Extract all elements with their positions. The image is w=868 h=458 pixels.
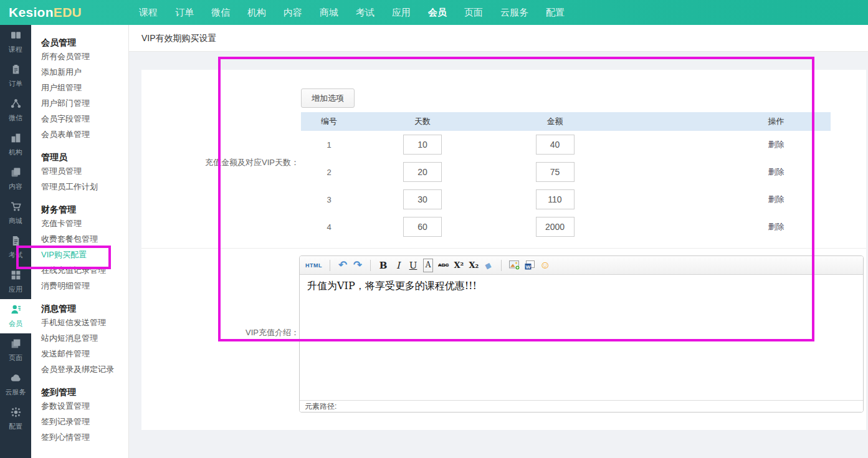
- topnav-item-会员[interactable]: 会员: [428, 7, 447, 19]
- sidebar-item-签到记录管理[interactable]: 签到记录管理: [41, 414, 128, 429]
- pages-icon: [11, 338, 21, 351]
- topnav-item-商城[interactable]: 商城: [320, 7, 338, 19]
- table-row: 3删除: [301, 186, 831, 213]
- sidebar-item-用户组管理[interactable]: 用户组管理: [41, 80, 128, 95]
- rail-item-label: 考试: [9, 250, 22, 260]
- rail-item-配置[interactable]: 配置: [0, 402, 31, 436]
- amount-input-4[interactable]: [536, 217, 575, 237]
- sidebar-item-用户部门管理[interactable]: 用户部门管理: [41, 95, 128, 111]
- insert-image-icon[interactable]: [509, 259, 520, 272]
- brand-logo[interactable]: KesionEDU: [0, 5, 139, 20]
- recharge-days-label: 充值金额及对应VIP天数：: [141, 157, 299, 168]
- sidebar-item-参数设置管理[interactable]: 参数设置管理: [41, 398, 128, 414]
- sidebar-item-发送邮件管理[interactable]: 发送邮件管理: [41, 346, 128, 361]
- rail-item-云服务[interactable]: 云服务: [0, 368, 31, 402]
- sidebar-item-手机短信发送管理[interactable]: 手机短信发送管理: [41, 315, 128, 330]
- days-input-4[interactable]: [403, 217, 442, 237]
- rail-item-微信[interactable]: 微信: [0, 93, 31, 128]
- sidebar-item-管理员工作计划[interactable]: 管理员工作计划: [41, 179, 128, 194]
- page-title: VIP有效期购买设置: [129, 25, 868, 52]
- row-number: 3: [301, 186, 357, 213]
- table-header-金额: 金额: [488, 112, 622, 131]
- paste-word-icon[interactable]: W: [525, 259, 535, 272]
- sidebar-item-消费明细管理[interactable]: 消费明细管理: [41, 278, 128, 293]
- editor-content[interactable]: 升值为VIP，将享受更多的课程优惠!!!: [300, 275, 863, 400]
- rail-item-label: 云服务: [6, 388, 26, 397]
- sidebar-item-添加新用户[interactable]: 添加新用户: [41, 64, 128, 80]
- emoji-icon[interactable]: ☺: [540, 259, 550, 272]
- rail-item-label: 内容: [9, 182, 22, 191]
- sidebar-item-管理员管理[interactable]: 管理员管理: [41, 163, 128, 179]
- delete-row-link-4[interactable]: 删除: [768, 222, 785, 231]
- apps-icon: [11, 270, 21, 283]
- amount-input-2[interactable]: [536, 162, 575, 182]
- days-input-3[interactable]: [403, 189, 442, 209]
- table-header-row: 编号天数金额操作: [301, 112, 831, 131]
- clipboard-icon: [11, 64, 21, 77]
- rail-item-机构[interactable]: 机构: [0, 128, 31, 162]
- sidebar-item-签到心情管理[interactable]: 签到心情管理: [41, 429, 128, 445]
- rail-item-考试[interactable]: 考试: [0, 231, 31, 265]
- topnav-item-课程[interactable]: 课程: [139, 7, 158, 19]
- topnav-item-机构[interactable]: 机构: [247, 7, 266, 19]
- row-number: 4: [301, 213, 357, 241]
- sidebar-item-充值卡管理[interactable]: 充值卡管理: [41, 216, 128, 231]
- html-source-button[interactable]: HTML: [305, 259, 322, 272]
- table-header-编号: 编号: [301, 112, 357, 131]
- book-icon: [11, 30, 21, 43]
- font-color-icon[interactable]: A: [423, 259, 433, 272]
- rail-item-订单[interactable]: 订单: [0, 59, 31, 93]
- rail-item-页面[interactable]: 页面: [0, 333, 31, 368]
- days-input-1[interactable]: [403, 135, 442, 155]
- undo-icon[interactable]: ↶: [338, 259, 348, 272]
- topnav-item-云服务[interactable]: 云服务: [500, 7, 528, 19]
- topnav-item-应用[interactable]: 应用: [392, 7, 411, 19]
- rail-item-商城[interactable]: 商城: [0, 196, 31, 231]
- eraser-icon[interactable]: ◆: [482, 257, 495, 274]
- rail-item-应用[interactable]: 应用: [0, 265, 31, 299]
- topnav-item-内容[interactable]: 内容: [284, 7, 302, 19]
- topnav-item-考试[interactable]: 考试: [356, 7, 374, 19]
- rail-item-label: 微信: [9, 113, 22, 123]
- amount-input-1[interactable]: [536, 135, 575, 155]
- rail-item-会员[interactable]: 会员: [0, 299, 31, 333]
- sidebar-item-会员表单管理[interactable]: 会员表单管理: [41, 126, 128, 142]
- share-icon: [11, 98, 21, 112]
- days-input-2[interactable]: [403, 162, 442, 182]
- add-option-button[interactable]: 增加选项: [301, 88, 355, 108]
- rail-item-label: 课程: [9, 45, 22, 54]
- strikethrough-icon[interactable]: ABC: [438, 259, 449, 272]
- file-icon: [11, 236, 21, 249]
- delete-row-link-2[interactable]: 删除: [768, 167, 785, 176]
- topnav-item-订单[interactable]: 订单: [175, 7, 194, 19]
- sidebar-item-所有会员管理[interactable]: 所有会员管理: [41, 49, 128, 64]
- redo-icon[interactable]: ↷: [353, 259, 363, 272]
- delete-row-link-3[interactable]: 删除: [768, 194, 785, 204]
- bold-icon[interactable]: B: [378, 259, 388, 272]
- sidebar-section-会员管理: 会员管理: [41, 36, 128, 49]
- underline-icon[interactable]: U: [408, 259, 418, 272]
- sidebar-item-站内短消息管理[interactable]: 站内短消息管理: [41, 330, 128, 346]
- superscript-icon[interactable]: X²: [454, 259, 464, 272]
- settings-card: 充值金额及对应VIP天数： 增加选项 编号天数金额操作 1删除2删除3删除4删除…: [141, 70, 866, 430]
- member-icon: [11, 304, 21, 317]
- italic-icon[interactable]: I: [393, 259, 403, 272]
- module-rail: 课程订单微信机构内容商城考试应用会员页面云服务配置: [0, 25, 31, 458]
- sidebar-item-会员登录及绑定记录[interactable]: 会员登录及绑定记录: [41, 361, 128, 377]
- table-header-天数: 天数: [357, 112, 488, 131]
- sidebar-item-会员字段管理[interactable]: 会员字段管理: [41, 111, 128, 126]
- subscript-icon[interactable]: X₂: [469, 259, 479, 272]
- topnav-item-页面[interactable]: 页面: [464, 7, 483, 19]
- rail-item-课程[interactable]: 课程: [0, 25, 31, 59]
- sidebar-item-在线充值记录管理[interactable]: 在线充值记录管理: [41, 262, 128, 278]
- rail-item-label: 页面: [9, 353, 22, 363]
- rail-item-内容[interactable]: 内容: [0, 162, 31, 196]
- docs-icon: [11, 167, 21, 180]
- sidebar-item-VIP购买配置[interactable]: VIP购买配置: [41, 247, 128, 262]
- gear-icon: [11, 407, 21, 420]
- topnav-item-配置[interactable]: 配置: [546, 7, 565, 19]
- delete-row-link-1[interactable]: 删除: [768, 140, 785, 149]
- sidebar-item-收费套餐包管理[interactable]: 收费套餐包管理: [41, 231, 128, 247]
- amount-input-3[interactable]: [536, 189, 575, 209]
- topnav-item-微信[interactable]: 微信: [211, 7, 230, 19]
